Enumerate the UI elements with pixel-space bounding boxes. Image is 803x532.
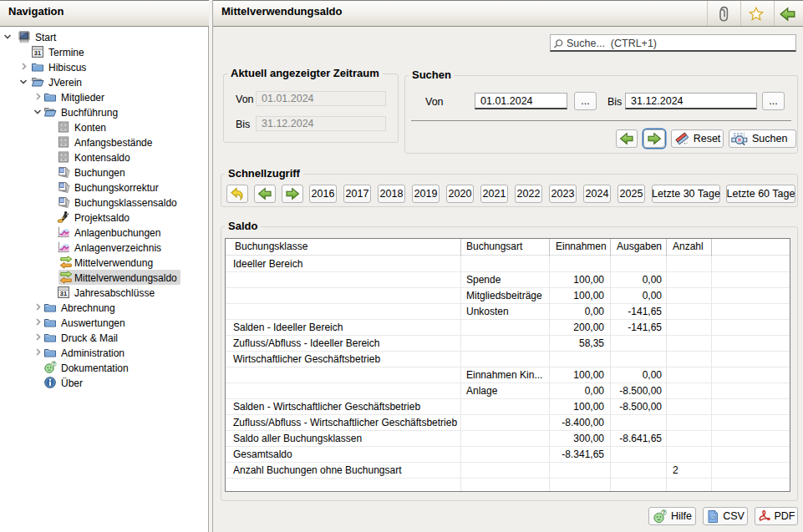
svg-text:?: ?: [662, 509, 665, 515]
svg-text:31: 31: [34, 49, 41, 57]
svg-text:31: 31: [60, 290, 67, 297]
svg-text:?: ?: [52, 361, 55, 367]
svg-text:SD: SD: [710, 515, 716, 519]
